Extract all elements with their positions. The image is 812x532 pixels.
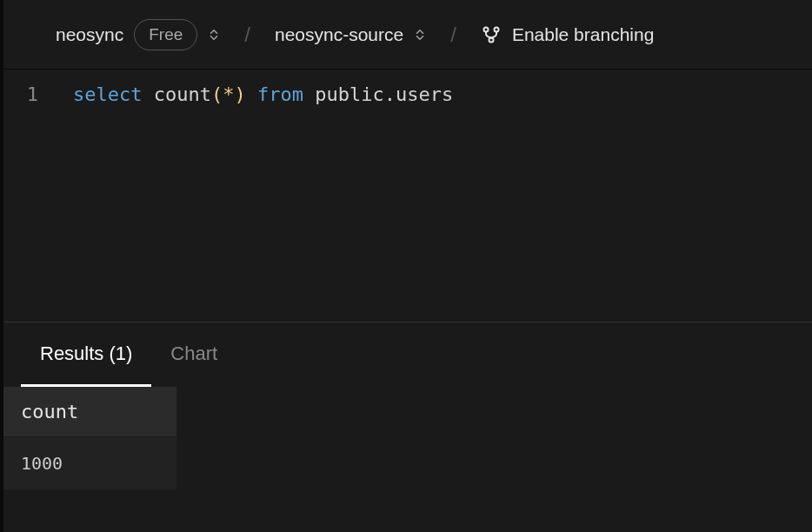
results-tabs: Results (1) Chart bbox=[3, 323, 812, 387]
editor-line: 1 select count(*) from public.users bbox=[3, 80, 812, 109]
chevron-updown-icon bbox=[414, 29, 426, 41]
database-name: neosync-source bbox=[275, 24, 403, 45]
plan-badge: Free bbox=[134, 19, 197, 50]
tab-chart[interactable]: Chart bbox=[151, 323, 236, 387]
header-breadcrumb: neosync Free / neosync-source / bbox=[3, 0, 812, 70]
results-panel: Results (1) Chart count 1000 bbox=[3, 322, 812, 489]
branch-icon bbox=[481, 24, 502, 45]
breadcrumb-separator: / bbox=[450, 23, 456, 47]
line-number: 1 bbox=[3, 80, 73, 109]
table-cell[interactable]: 1000 bbox=[3, 436, 177, 489]
database-selector[interactable]: neosync-source bbox=[275, 24, 426, 45]
tab-results[interactable]: Results (1) bbox=[21, 323, 151, 387]
breadcrumb-separator: / bbox=[244, 23, 250, 47]
project-selector[interactable]: neosync Free bbox=[56, 19, 220, 50]
enable-branching-label: Enable branching bbox=[512, 24, 654, 45]
code-content: select count(*) from public.users bbox=[73, 80, 453, 109]
sql-editor[interactable]: 1 select count(*) from public.users bbox=[3, 70, 812, 322]
project-name: neosync bbox=[56, 24, 123, 45]
results-table: count 1000 bbox=[3, 387, 812, 489]
enable-branching-button[interactable]: Enable branching bbox=[481, 24, 654, 45]
column-header[interactable]: count bbox=[3, 387, 177, 436]
chevron-updown-icon bbox=[208, 29, 220, 41]
